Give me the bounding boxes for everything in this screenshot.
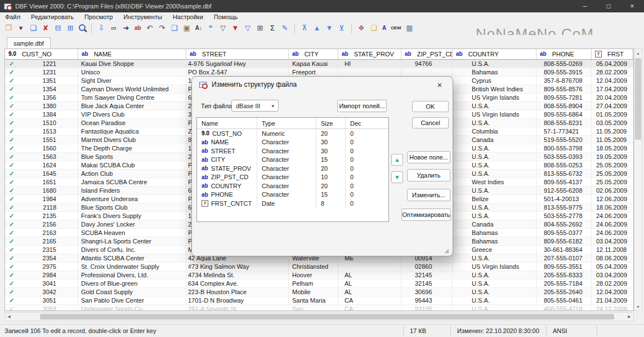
horizontal-scrollbar[interactable]: ◀ ▶: [5, 312, 634, 321]
NAME[interactable]: ab NAME Character 30 0: [197, 138, 388, 147]
redo-icon[interactable]: ↷: [156, 23, 168, 34]
move-field-up-button[interactable]: ▲: [391, 154, 403, 166]
column-header[interactable]: 9.0 CUST_NO: [5, 49, 78, 59]
open-file-icon[interactable]: ❐: [3, 23, 14, 34]
sum-icon[interactable]: Σ: [267, 23, 278, 34]
column-header[interactable]: ab CITY: [289, 49, 338, 59]
record-check-icon: ✓: [5, 127, 16, 135]
file-type-select[interactable]: dBase III ▾: [231, 100, 279, 112]
column-header[interactable]: 7 FRST: [592, 49, 633, 59]
filter-custom-icon[interactable]: ▽: [242, 23, 253, 34]
cell-country: US Virgin Islands: [453, 94, 536, 101]
menu-item[interactable]: Файл: [5, 14, 20, 20]
tab-sample-dbf[interactable]: sample.dbf: [7, 37, 51, 48]
resize-grip[interactable]: ◢: [444, 247, 449, 254]
ZIP_PST_CD[interactable]: ab ZIP_PST_CD Character 10 0: [197, 173, 388, 182]
cell-cust_no: ✓1560: [5, 144, 78, 152]
scroll-up-icon[interactable]: ▲: [634, 49, 642, 57]
table-row[interactable]: ✓2975St. Croix Underwater Supply#73 King…: [5, 263, 633, 271]
menu-item[interactable]: Редактировать: [31, 14, 74, 20]
delete-record-icon[interactable]: ✘: [40, 23, 51, 34]
CUST_NO[interactable]: 9.0 CUST_NO Numeric 20 0: [197, 129, 388, 138]
table-row[interactable]: ✓3053Underwater Sports Co.251-A Seventh …: [5, 305, 633, 311]
field-name: PHONE: [211, 191, 233, 198]
column-header[interactable]: ab NAME: [78, 49, 186, 59]
format-brush-icon[interactable]: ✎: [279, 23, 290, 34]
column-header[interactable]: ab PHONE: [536, 49, 592, 59]
vertical-scroll-thumb[interactable]: [635, 58, 641, 140]
oem-icon[interactable]: OEM: [389, 23, 402, 34]
font-icon[interactable]: A: [381, 23, 388, 34]
nav-first-icon[interactable]: ⊼: [299, 23, 310, 34]
cell-phone: 357-6-876708: [536, 77, 592, 85]
paste-icon[interactable]: ▣: [181, 23, 193, 34]
fields-icon[interactable]: ⊞: [65, 23, 76, 34]
edit-structure-icon[interactable]: ⊟: [52, 23, 64, 34]
edit-field-button[interactable]: Изменить...: [407, 189, 450, 201]
new-field-button[interactable]: Новое поле...: [407, 151, 450, 163]
horizontal-scroll-thumb[interactable]: [40, 314, 614, 320]
column-header[interactable]: ab ZIP_PST_CD: [401, 49, 453, 59]
menu-item[interactable]: Просмотр: [84, 14, 113, 20]
STREET[interactable]: ab STREET Character 30 0: [197, 147, 388, 156]
maximize-button[interactable]: □: [597, 0, 620, 12]
filter-icon[interactable]: ▼: [230, 23, 241, 34]
find-icon[interactable]: ∞: [108, 23, 119, 34]
color-palette-icon[interactable]: ❖: [356, 23, 367, 34]
close-button[interactable]: ×: [620, 0, 644, 12]
table-row[interactable]: ✓1231UniscoPO Box Z-547FreeportBahamas80…: [5, 68, 633, 77]
field-dec: 0: [346, 156, 379, 165]
ok-button[interactable]: OK: [412, 101, 449, 112]
table-row[interactable]: ✓2984Professional Divers, Ltd.4734 Melin…: [5, 271, 633, 280]
find-next-icon[interactable]: ➜: [120, 23, 132, 34]
menu-item[interactable]: Настройки: [173, 14, 203, 20]
minimize-button[interactable]: –: [573, 0, 597, 12]
optimize-button[interactable]: Оптимизировать: [401, 209, 451, 221]
nav-next-icon[interactable]: ▼: [324, 23, 335, 34]
nav-prev-icon[interactable]: ▲: [311, 23, 323, 34]
vertical-scrollbar[interactable]: ▲ ▼: [634, 48, 642, 311]
sort-icon[interactable]: A↓: [194, 23, 204, 34]
import-fields-button[interactable]: Импорт полей...: [337, 100, 387, 112]
cell-cust_no: ✓1356: [5, 94, 78, 101]
cancel-button[interactable]: Cancel: [412, 117, 449, 128]
column-header[interactable]: ab STATE_PROV: [338, 49, 401, 59]
field-size: 30: [316, 147, 346, 156]
open-file-caret-icon[interactable]: ▾: [15, 23, 26, 34]
column-header[interactable]: ab STREET: [186, 49, 289, 59]
scroll-left-icon[interactable]: ◀: [5, 313, 13, 321]
dialog-close-icon[interactable]: ×: [433, 79, 446, 90]
memo-icon[interactable]: ❏: [368, 23, 379, 34]
copy-icon[interactable]: ❑: [169, 23, 180, 34]
table-row[interactable]: ✓3041Divers of Blue-green634 Complex Ave…: [5, 280, 633, 288]
STATE_PROV[interactable]: ab STATE_PROV Character 20 0: [197, 164, 388, 173]
cell-state: CA: [338, 305, 401, 311]
delete-field-button[interactable]: Удалить: [407, 169, 450, 181]
table-row[interactable]: ✓3051San Pablo Dive Center1701-D N Broad…: [5, 296, 633, 305]
cell-frst: 08.06.2009: [592, 254, 633, 262]
COUNTRY[interactable]: ab COUNTRY Character 20 0: [197, 181, 388, 190]
menu-item[interactable]: Инструменты: [123, 14, 162, 20]
move-field-down-button[interactable]: ▼: [391, 171, 403, 183]
filter-remove-icon[interactable]: ▽: [217, 23, 229, 34]
table-row[interactable]: ✓1221Kauai Dive Shoppe4-976 Sugarloaf Hw…: [5, 60, 633, 68]
comment-icon[interactable]: ❝: [205, 23, 216, 34]
column-header-label: STREET: [202, 50, 226, 58]
export-icon[interactable]: ⇩: [96, 23, 107, 34]
menu-item[interactable]: Помощь: [214, 14, 238, 20]
scroll-right-icon[interactable]: ▶: [625, 313, 633, 321]
new-file-icon[interactable]: ❏: [28, 23, 39, 34]
field-type-icon: ab: [202, 165, 208, 171]
table-row[interactable]: ✓3042Gold Coast Supply223-B Houston Plac…: [5, 288, 633, 296]
PHONE[interactable]: ab PHONE Character 15 0: [197, 190, 388, 199]
FRST_CNTCT[interactable]: 7 FRST_CNTCT Date 8 0: [197, 199, 388, 208]
grid-icon[interactable]: ⊞: [254, 23, 266, 34]
replace-icon[interactable]: ab: [133, 23, 143, 34]
search-icon[interactable]: [77, 23, 87, 33]
export-image-icon[interactable]: ▦: [404, 23, 415, 34]
undo-icon[interactable]: ↶: [144, 23, 155, 34]
scroll-down-icon[interactable]: ▼: [634, 303, 642, 311]
column-header[interactable]: ab COUNTRY: [453, 49, 536, 59]
CITY[interactable]: ab CITY Character 15 0: [197, 156, 388, 165]
nav-last-icon[interactable]: ⊻: [336, 23, 347, 34]
